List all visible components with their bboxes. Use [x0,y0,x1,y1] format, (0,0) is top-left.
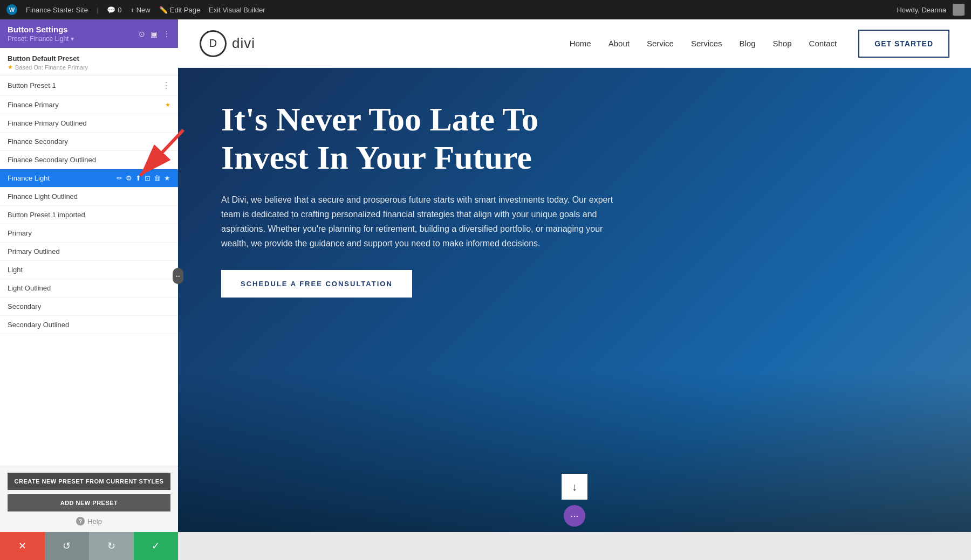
nav-service[interactable]: Service [647,39,674,48]
main-layout: Button Settings Preset: Finance Light ▾ … [0,19,971,532]
hero-cta-button[interactable]: SCHEDULE A FREE CONSULTATION [221,270,412,298]
copy-preset-icon[interactable]: ⊡ [145,174,151,182]
preset-item[interactable]: Finance Secondary [0,133,178,151]
preset-name: Finance Secondary [8,137,170,146]
star-icon: ★ [165,101,170,108]
edit-preset-icon[interactable]: ✏ [117,174,122,182]
preset-item[interactable]: Light [0,261,178,279]
avatar[interactable] [953,4,965,16]
preset-item[interactable]: Finance Primary ★ [0,96,178,114]
panel-search-icon[interactable]: ⊙ [139,30,145,38]
help-icon: ? [76,517,85,526]
preset-item[interactable]: Primary [0,224,178,243]
preset-list-container: Button Default Preset ★ Based On: Financ… [0,48,178,466]
preset-name: Finance Secondary Outlined [8,156,170,164]
hero-title: It's Never Too Late To Invest In Your Fu… [221,100,620,177]
exit-builder-link[interactable]: Exit Visual Builder [209,6,265,14]
preset-name: Finance Primary Outlined [8,119,170,127]
preset-name: Finance Light Outlined [8,192,170,201]
preset-item[interactable]: Finance Secondary Outlined [0,151,178,169]
preset-item[interactable]: Button Preset 1 ⋮ [0,75,178,96]
star-preset-icon[interactable]: ★ [164,174,170,182]
bottom-toolbar: ✕ ↺ ↻ ✓ [0,532,971,560]
preset-name: Finance Primary [8,101,165,109]
panel-more-icon[interactable]: ⋮ [163,30,170,38]
admin-bar: W Finance Starter Site | 💬 0 + New ✏️ Ed… [0,0,971,19]
star-icon: ★ [8,64,13,71]
nav-home[interactable]: Home [570,39,591,48]
based-on-text: Based On: Finance Primary [15,64,88,71]
preset-name: Finance Light [8,174,117,182]
preset-item[interactable]: Finance Light Outlined [0,188,178,206]
default-preset-label: Button Default Preset [8,54,170,63]
preset-item[interactable]: Secondary Outlined [0,316,178,334]
panel-preset-selector[interactable]: Preset: Finance Light ▾ [8,35,74,43]
preset-name: Light [8,266,170,274]
divi-builder-dot[interactable]: ··· [564,505,585,527]
scroll-down-button[interactable]: ↓ [562,474,587,500]
panel-bottom: CREATE NEW PRESET FROM CURRENT STYLES AD… [0,466,178,532]
logo-circle-icon: D [200,30,227,57]
nav-cta-button[interactable]: GET STARTED [858,30,949,58]
nav-links: Home About Service Services Blog Shop Co… [570,39,837,48]
default-preset-section: Button Default Preset ★ Based On: Financ… [0,48,178,75]
preset-name: Secondary [8,302,170,310]
cancel-button[interactable]: ✕ [0,532,45,560]
site-logo: D divi [200,30,255,57]
scroll-down-icon: ↓ [572,481,577,493]
hero-section: It's Never Too Late To Invest In Your Fu… [178,68,971,532]
add-new-preset-button[interactable]: ADD NEW PRESET [8,494,170,511]
site-name-link[interactable]: Finance Starter Site [26,6,88,14]
panel-title: Button Settings [8,25,74,34]
howdy-text: Howdy, Deanna [897,6,946,14]
redo-button[interactable]: ↻ [89,532,134,560]
divi-dots-icon: ··· [570,510,578,522]
upload-preset-icon[interactable]: ⬆ [135,174,141,182]
preset-name: Button Preset 1 [8,81,162,89]
nav-contact[interactable]: Contact [809,39,837,48]
preset-item[interactable]: Secondary [0,298,178,316]
left-panel: Button Settings Preset: Finance Light ▾ … [0,19,178,532]
preset-name: Button Preset 1 imported [8,211,170,219]
hero-content: It's Never Too Late To Invest In Your Fu… [178,68,664,532]
preset-name: Primary [8,229,170,237]
confirm-button[interactable]: ✓ [134,532,179,560]
nav-blog[interactable]: Blog [739,39,755,48]
toolbar-right-spacer [178,532,971,560]
comment-icon: 💬 [107,6,115,14]
edit-page-link[interactable]: ✏️ Edit Page [159,6,200,14]
help-link[interactable]: ? Help [8,517,170,526]
delete-preset-icon[interactable]: 🗑 [154,174,161,182]
panel-layout-icon[interactable]: ▣ [151,30,158,38]
nav-services[interactable]: Services [691,39,722,48]
preset-more-icon[interactable]: ⋮ [162,80,170,91]
preset-name: Light Outlined [8,284,170,292]
edit-icon: ✏️ [159,6,168,14]
preset-item[interactable]: Button Preset 1 imported [0,206,178,224]
new-link[interactable]: + New [131,6,151,14]
preset-item[interactable]: Finance Primary Outlined [0,114,178,133]
create-new-preset-button[interactable]: CREATE NEW PRESET FROM CURRENT STYLES [8,473,170,490]
wp-logo-icon[interactable]: W [6,4,17,15]
preset-item[interactable]: Primary Outlined [0,243,178,261]
nav-shop[interactable]: Shop [773,39,792,48]
right-content: D divi Home About Service Services Blog … [178,19,971,532]
comments-link[interactable]: 💬 0 [107,6,121,14]
preset-item-finance-light[interactable]: Finance Light ✏ ⚙ ⬆ ⊡ 🗑 ★ [0,169,178,188]
preset-item[interactable]: Light Outlined [0,279,178,298]
preset-name: Primary Outlined [8,247,170,255]
resize-handle[interactable]: ↔ [173,268,183,284]
logo-text: divi [232,35,255,52]
hero-subtitle: At Divi, we believe that a secure and pr… [221,192,620,251]
site-nav: D divi Home About Service Services Blog … [178,19,971,68]
nav-about[interactable]: About [608,39,630,48]
settings-preset-icon[interactable]: ⚙ [126,174,132,182]
undo-button[interactable]: ↺ [45,532,90,560]
panel-header: Button Settings Preset: Finance Light ▾ … [0,19,178,48]
preset-name: Secondary Outlined [8,321,170,329]
